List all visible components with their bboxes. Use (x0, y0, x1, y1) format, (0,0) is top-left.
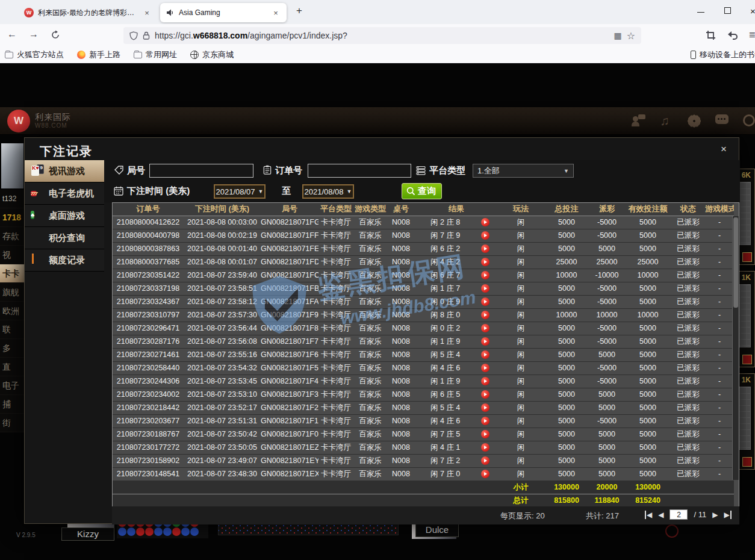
bookmark-item[interactable]: 火狐官方站点 (5, 49, 64, 60)
replay-play-icon[interactable] (481, 377, 489, 385)
shield-icon[interactable] (129, 31, 138, 40)
bg-nav-item[interactable]: 卡卡 (0, 264, 24, 283)
bg-nav-item[interactable]: 1718 (0, 208, 24, 227)
bg-nav-item[interactable]: 直 (0, 358, 24, 376)
tab-live-casino[interactable]: 9K♥ 视讯游戏 (25, 160, 104, 182)
cell: 卡卡湾厅 (318, 467, 353, 481)
replay-play-icon[interactable] (481, 443, 489, 452)
back-icon[interactable]: ← (7, 29, 17, 40)
replay-play-icon[interactable] (481, 337, 489, 346)
settings-gear-icon[interactable] (688, 114, 701, 128)
modal-title: 下注记录 (40, 143, 93, 160)
bg-nav-item[interactable]: 电子 (0, 376, 24, 395)
replay-play-icon[interactable] (481, 231, 489, 240)
replay-play-icon[interactable] (481, 284, 489, 293)
window-maximize-icon[interactable] (724, 7, 731, 14)
first-page-icon[interactable]: ◀ (645, 511, 652, 519)
red-badge-icon (742, 252, 752, 262)
replay-play-icon[interactable] (481, 430, 489, 438)
bg-nav-item[interactable]: 欧洲 (0, 302, 24, 320)
music-icon[interactable]: ♫ (660, 114, 673, 128)
platform-select[interactable]: 1.全部 ▼ (473, 164, 574, 178)
last-page-icon[interactable]: ▶ (724, 511, 731, 519)
cell: 闲 (498, 335, 544, 348)
replay-play-icon[interactable] (481, 390, 489, 399)
bg-nav-item[interactable]: 街 (0, 414, 24, 432)
replay-play-icon[interactable] (481, 271, 489, 279)
screenshot-crop-icon[interactable] (706, 30, 716, 40)
bg-nav-item[interactable]: 视 (0, 246, 24, 264)
bookmark-item[interactable]: 常用网址 (134, 49, 177, 60)
window-close-icon[interactable]: × (750, 7, 755, 16)
next-page-icon[interactable]: ▶ (712, 511, 718, 519)
url-bar[interactable]: https://gci.w668818.com/agingame/pcv1/in… (123, 27, 641, 44)
cell: - (705, 454, 734, 467)
undo-arrow-icon[interactable] (727, 30, 738, 40)
bookmark-item[interactable]: 新手上路 (77, 49, 120, 60)
cell: 已派彩 (671, 269, 705, 282)
replay-play-icon[interactable] (481, 244, 489, 253)
replay-play-icon[interactable] (481, 258, 489, 266)
replay-play-icon[interactable] (481, 350, 489, 359)
round-input[interactable] (149, 164, 253, 178)
replay-play-icon[interactable] (481, 403, 489, 412)
bookmark-item[interactable]: 京东商城 (190, 49, 234, 60)
replay-play-icon[interactable] (481, 218, 489, 226)
bg-nav-item[interactable]: 联 (0, 320, 24, 339)
bg-nav-item[interactable]: t132 (0, 190, 24, 208)
cell: 5000 (624, 441, 671, 454)
tab-table-games[interactable]: ♠ 桌面游戏 (25, 205, 104, 227)
replay-play-icon[interactable] (481, 364, 489, 372)
window-minimize-icon[interactable] (697, 7, 704, 13)
replay-play-icon[interactable] (481, 417, 489, 425)
table-row: 2108072302184422021-08-07 23:52:17GN0082… (113, 401, 734, 414)
bg-nav-item[interactable]: 多 (0, 339, 24, 358)
lock-icon[interactable] (143, 31, 150, 40)
bookmark-mobile[interactable]: 移动设备上的书签 (691, 49, 755, 60)
bg-nav-item[interactable]: 捕 (0, 395, 24, 414)
replay-play-icon[interactable] (481, 297, 489, 306)
new-tab-icon[interactable]: + (296, 5, 302, 17)
bg-nav-item[interactable]: 存款 (0, 227, 24, 246)
bookmark-star-icon[interactable]: ☆ (627, 30, 635, 42)
cell: 闲 (498, 322, 544, 335)
replay-play-icon[interactable] (481, 470, 489, 478)
replay-play-icon[interactable] (481, 456, 489, 465)
order-input[interactable] (308, 164, 411, 178)
browser-tab-1[interactable]: W 利来国际-最给力的老牌博彩网站 × (18, 3, 158, 22)
globe-icon (190, 51, 199, 59)
search-button[interactable]: 查询 (402, 183, 442, 199)
url-text[interactable]: https://gci.w668818.com/agingame/pcv1/in… (155, 31, 609, 40)
page-number-input[interactable]: 2 (670, 509, 688, 520)
tab-points-query[interactable]: 积分查询 (25, 227, 104, 249)
result-cell: 闲 8 庄 0 (415, 308, 498, 322)
tab-close-icon[interactable]: × (142, 8, 152, 17)
browser-tab-2-active[interactable]: Asia Gaming × (160, 3, 287, 22)
table-row: 2108072303107972021-08-07 23:57:30GN0082… (113, 308, 734, 322)
date-to-picker[interactable]: 2021/08/08▼ (302, 184, 354, 199)
customer-service-icon[interactable] (632, 114, 645, 128)
reload-icon[interactable] (51, 30, 60, 40)
cell: 卡卡湾厅 (318, 441, 353, 454)
menu-icon[interactable]: ≡ (749, 29, 755, 42)
tab-close-icon[interactable]: × (271, 8, 281, 17)
qr-icon[interactable]: ▦ (614, 31, 621, 40)
table-scrollbar[interactable] (732, 216, 739, 480)
replay-play-icon[interactable] (481, 324, 489, 332)
cell: 2021-08-07 23:54:32 (184, 361, 261, 375)
scrollbar-thumb[interactable] (733, 217, 738, 308)
replay-play-icon[interactable] (481, 311, 489, 319)
forward-icon[interactable]: → (29, 29, 39, 40)
tab-quota-records[interactable]: 额度记录 (25, 249, 104, 272)
partial-ring-icon[interactable] (743, 114, 755, 126)
bg-nav-item[interactable]: 旗舰 (0, 283, 24, 302)
modal-close-icon[interactable]: × (717, 143, 730, 155)
chat-bubble-icon[interactable] (715, 114, 729, 124)
date-from-picker[interactable]: 2021/08/07▼ (214, 184, 266, 199)
prev-page-icon[interactable]: ◀ (658, 511, 663, 519)
cell: 2021-08-07 23:51:31 (184, 414, 261, 428)
tab-slots[interactable]: 777 电子老虎机 (25, 182, 104, 205)
site-logo-icon[interactable]: W (7, 110, 30, 132)
result-cell: 闲 1 庄 7 (415, 282, 498, 295)
cell: 已派彩 (671, 335, 705, 348)
